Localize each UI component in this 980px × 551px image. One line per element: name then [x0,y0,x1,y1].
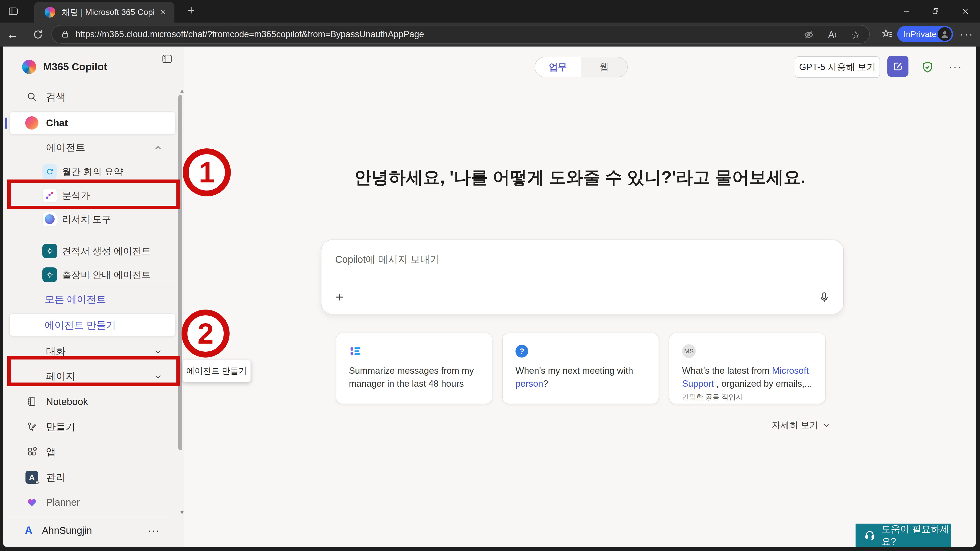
address-bar[interactable]: https://m365.cloud.microsoft/chat/?fromc… [51,25,870,44]
annotation-circle-1: 1 [183,148,231,196]
favorites-bar-icon[interactable] [880,27,894,41]
sidebar-item-notebook[interactable]: Notebook [7,390,177,413]
suggestion-card[interactable]: MS What's the latest from Microsoft Supp… [669,333,826,404]
url-text: https://m365.cloud.microsoft/chat/?fromc… [75,29,424,40]
sidebar-item-create[interactable]: 만들기 [7,415,177,438]
sidebar-item-label: 견적서 생성 에이전트 [62,245,151,257]
main-content: 업무 웹 GPT-5 사용해 보기 ··· 안녕하세요, '나를 어떻게 도와줄… [184,46,976,547]
tab-close-icon[interactable] [159,8,167,17]
tab-actions-icon[interactable] [7,5,20,17]
chevron-down-icon [154,348,162,356]
browser-tab-strip: 채팅 | Microsoft 365 Copilot + [0,0,980,22]
protected-shield-icon[interactable] [921,61,934,73]
attach-plus-icon[interactable]: + [332,289,347,304]
microphone-icon[interactable] [817,290,832,305]
annotation-box-1 [7,179,180,210]
section-label: 에이전트 [46,141,85,154]
composer-placeholder: Copilot에 메시지 보내기 [335,253,440,266]
copilot-favicon-icon [45,7,56,17]
ms-avatar: MS [682,344,696,358]
window-close-button[interactable] [958,5,972,18]
sidebar-item-planner[interactable]: Planner [7,491,177,514]
inprivate-badge[interactable]: InPrivate [897,26,953,42]
research-agent-icon [42,212,57,227]
sidebar-item-quote-agent[interactable]: 견적서 생성 에이전트 [7,239,177,263]
create-icon [25,420,39,433]
sidebar-item-travel-agent[interactable]: 출장비 안내 에이전트 [7,263,177,286]
sidebar-item-all-agents[interactable]: 모든 에이전트 [7,287,177,311]
copilot-logo-icon [22,60,36,74]
apps-icon [25,445,39,459]
chevron-up-icon [154,144,162,152]
window-minimize-button[interactable] [900,5,913,18]
question-icon: ? [515,344,528,358]
help-button[interactable]: 도움이 필요하세요? [856,524,951,547]
travel-agent-icon [42,267,57,282]
sidebar-section-agents[interactable]: 에이전트 [7,136,177,159]
meeting-summary-agent-icon [42,164,57,179]
user-name: AhnSungjin [42,525,92,536]
card-text-post: , organized by emails,... [714,379,812,389]
back-button[interactable]: ← [5,27,20,41]
page-content: M365 Copilot 검색 Chat 에이전트 [3,46,976,547]
card-text: What's the latest from Microsoft Support… [682,364,815,391]
brand-title: M365 Copilot [43,61,107,73]
profile-avatar-icon [938,27,951,41]
try-gpt5-button[interactable]: GPT-5 사용해 보기 [795,56,880,78]
tracking-prevention-icon[interactable] [803,29,815,41]
greeting-heading: 안녕하세요, '나를 어떻게 도와줄 수 있니?'라고 물어보세요. [184,166,976,189]
sidebar: M365 Copilot 검색 Chat 에이전트 [3,46,184,547]
tab-title: 채팅 | Microsoft 365 Copilot [62,6,155,18]
sidebar-item-search[interactable]: 검색 [7,85,177,108]
sidebar-item-label: 만들기 [46,420,75,433]
chat-more-options-icon[interactable]: ··· [948,59,963,74]
suggestion-card[interactable]: Summarize messages from my manager in th… [336,333,492,404]
toggle-web-tab[interactable]: 웹 [581,57,627,77]
chat-icon [25,116,39,130]
toggle-work-tab[interactable]: 업무 [535,57,581,77]
active-indicator [5,118,7,129]
sidebar-header: M365 Copilot [7,55,177,79]
user-more-options-icon[interactable]: ··· [148,525,160,536]
suggestion-card[interactable]: ? When's my next meeting with person? [502,333,659,404]
read-aloud-icon[interactable]: A) [826,29,838,41]
ms-avatar-text: MS [682,344,696,358]
help-label: 도움이 필요하세요? [881,523,951,547]
sidebar-item-research-tool[interactable]: 리서치 도구 [7,207,177,231]
user-account-row[interactable]: A AhnSungjin ··· [7,519,177,542]
card-text-pre: What's the latest from [682,365,772,376]
card-subtitle: 긴밀한 공동 작업자 [682,392,743,402]
sidebar-item-label: 출장비 안내 에이전트 [62,268,151,281]
card-text-pre: When's my next meeting with [515,365,633,376]
browser-tab[interactable]: 채팅 | Microsoft 365 Copilot [34,2,175,22]
create-agent-link[interactable]: 에이전트 만들기 [45,318,116,332]
new-chat-button[interactable] [888,56,908,77]
sidebar-item-label: 검색 [46,90,66,103]
lock-icon [61,30,70,39]
refresh-button[interactable] [31,27,45,41]
annotation-circle-2: 2 [181,310,229,357]
sidebar-item-create-agent-content[interactable]: 에이전트 만들기 [7,313,177,337]
card-link-person[interactable]: person [515,379,543,389]
chat-composer[interactable]: Copilot에 메시지 보내기 + [321,240,844,314]
summarize-list-icon [349,344,362,358]
browser-url-bar: ← https://m365.cloud.microsoft/chat/?fro… [0,22,980,46]
sidebar-scrollbar[interactable] [178,95,182,450]
sidebar-footer-divider [8,517,173,517]
collapse-sidebar-icon[interactable] [160,52,174,66]
favorite-star-icon[interactable]: ☆ [850,29,862,41]
sidebar-item-chat-content[interactable]: Chat [7,111,177,135]
browser-settings-menu-icon[interactable]: ··· [959,27,974,41]
sidebar-item-admin[interactable]: A 관리 [7,465,177,489]
sidebar-item-label: 관리 [46,471,66,484]
see-more-link[interactable]: 자세히 보기 [772,419,830,431]
window-restore-button[interactable] [929,5,942,18]
screen: 채팅 | Microsoft 365 Copilot + ← https://m… [0,0,980,551]
new-tab-button[interactable]: + [184,3,198,17]
annotation-box-2 [7,356,180,386]
planner-icon [25,495,39,509]
sidebar-item-label: Notebook [46,396,88,407]
sidebar-item-apps[interactable]: 앱 [7,440,177,463]
all-agents-link[interactable]: 모든 에이전트 [45,293,106,306]
mode-toggle: 업무 웹 [535,57,628,78]
